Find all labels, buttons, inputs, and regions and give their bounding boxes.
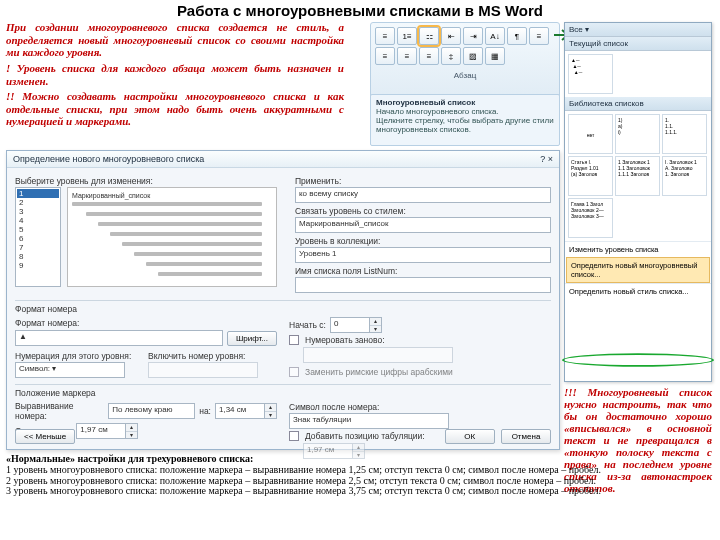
lbl-align: Выравнивание номера: bbox=[15, 401, 104, 421]
sort-button[interactable]: A↓ bbox=[485, 27, 505, 45]
dd-top[interactable]: Все ▾ bbox=[565, 23, 711, 37]
lbl-link: Связать уровень со стилем: bbox=[295, 206, 551, 216]
lbl-start: Начать с: bbox=[289, 320, 326, 330]
dd-current-list: Текущий список bbox=[565, 37, 711, 51]
ok-button[interactable]: ОК bbox=[445, 429, 495, 444]
dd-current-item[interactable]: ▲─ ▲─ ▲─ bbox=[568, 54, 613, 94]
cancel-button[interactable]: Отмена bbox=[501, 429, 551, 444]
numbered-list-button[interactable]: 1≡ bbox=[397, 27, 417, 45]
collection-combobox[interactable]: Уровень 1 bbox=[295, 247, 551, 263]
less-button[interactable]: << Меньше bbox=[15, 429, 75, 444]
bullet-list-button[interactable]: ≡ bbox=[375, 27, 395, 45]
tooltip-line1: Начало многоуровневого списка. bbox=[376, 107, 554, 116]
dialog-title-text: Определение нового многоуровневого списк… bbox=[13, 154, 204, 164]
restart-checkbox[interactable] bbox=[289, 335, 299, 345]
lbl-listnum: Имя списка поля ListNum: bbox=[295, 266, 551, 276]
dd-item-1[interactable]: 1)a)i) bbox=[615, 114, 660, 154]
replace-checkbox[interactable] bbox=[289, 367, 299, 377]
at-input[interactable]: 1,34 см bbox=[215, 403, 265, 419]
define-list-dialog: Определение нового многоуровневого списк… bbox=[6, 150, 560, 450]
intro-p3: !! Можно создавать настройки многоуровне… bbox=[6, 90, 344, 128]
format-input[interactable]: ▲ bbox=[15, 330, 223, 346]
decrease-indent-button[interactable]: ⇤ bbox=[441, 27, 461, 45]
lbl-level: Выберите уровень для изменения: bbox=[15, 176, 285, 186]
intro-text: При создании многоуровневого списка созд… bbox=[0, 21, 350, 128]
bottom-instructions: «Нормальные» настройки для трехуровневог… bbox=[6, 454, 714, 497]
page-title: Работа с многоуровневыми списками в MS W… bbox=[0, 0, 720, 21]
borders-button[interactable]: ▦ bbox=[485, 47, 505, 65]
lbl-numfor: Нумерация для этого уровня: bbox=[15, 351, 144, 361]
dialog-titlebar: Определение нового многоуровневого списк… bbox=[7, 151, 559, 168]
level-listbox[interactable]: 1 23 45 67 89 bbox=[15, 187, 61, 287]
multilevel-list-dropdown: Все ▾ Текущий список ▲─ ▲─ ▲─ Библиотека… bbox=[564, 22, 712, 382]
tooltip-line2: Щелкните стрелку, чтобы выбрать другие с… bbox=[376, 116, 554, 134]
intro-p2: ! Уровень списка для каждого абзаца може… bbox=[6, 62, 344, 87]
show-marks-button[interactable]: ¶ bbox=[507, 27, 527, 45]
increase-indent-button[interactable]: ⇥ bbox=[463, 27, 483, 45]
apply-combobox[interactable]: ко всему списку bbox=[295, 187, 551, 203]
ribbon-tooltip: Многоуровневый список Начало многоуровне… bbox=[370, 94, 560, 146]
multilevel-list-button[interactable]: ⚏ bbox=[419, 27, 439, 45]
dd-none[interactable]: нет bbox=[568, 114, 613, 154]
dd-item-5[interactable]: I. Заголовок 1A. Заголово1. Заголов bbox=[662, 156, 707, 196]
bottom-l1: 1 уровень многоуровневого списка: положе… bbox=[6, 465, 714, 476]
align-center-button[interactable]: ≡ bbox=[375, 47, 395, 65]
dd-define-new-style[interactable]: Определить новый стиль списка... bbox=[565, 283, 711, 299]
align-right-button[interactable]: ≡ bbox=[397, 47, 417, 65]
after-combobox[interactable]: Знак табуляции bbox=[289, 413, 449, 429]
dd-library: Библиотека списков bbox=[565, 97, 711, 111]
dd-item-2[interactable]: 1.1.1.1.1.1. bbox=[662, 114, 707, 154]
dd-change-level[interactable]: Изменить уровень списка bbox=[565, 241, 711, 257]
dialog-help-icon[interactable]: ? bbox=[540, 154, 545, 164]
justify-button[interactable]: ≡ bbox=[419, 47, 439, 65]
dd-item-4[interactable]: 1 Заголовок 11.1 Заголовок1.1.1 Заголов bbox=[615, 156, 660, 196]
at-spinner[interactable]: ▴▾ bbox=[265, 403, 277, 419]
lbl-include: Включить номер уровня: bbox=[148, 351, 277, 361]
font-button[interactable]: Шрифт... bbox=[227, 331, 277, 346]
lbl-after: Символ после номера: bbox=[289, 402, 551, 412]
shading-button[interactable]: ▨ bbox=[463, 47, 483, 65]
dd-item-6[interactable]: Глава 1 ЗаголЗаголовок 2—Заголовок 3— bbox=[568, 198, 613, 238]
ribbon-caption: Абзац bbox=[371, 69, 559, 80]
list-preview: Маркированный_список bbox=[67, 187, 277, 287]
lbl-coll: Уровень в коллекции: bbox=[295, 236, 551, 246]
listnum-input[interactable] bbox=[295, 277, 551, 293]
numbering-combobox[interactable]: Символ: ▾ bbox=[15, 362, 125, 378]
restart-combobox[interactable] bbox=[303, 347, 453, 363]
lbl-at: на: bbox=[199, 406, 211, 416]
bottom-l3: 3 уровень многоуровневого списка: положе… bbox=[6, 486, 714, 497]
include-combobox[interactable] bbox=[148, 362, 258, 378]
link-style-combobox[interactable]: Маркированный_список bbox=[295, 217, 551, 233]
start-input[interactable]: 0 bbox=[330, 317, 370, 333]
align-combobox[interactable]: По левому краю bbox=[108, 403, 195, 419]
start-spinner[interactable]: ▴▾ bbox=[370, 317, 382, 333]
dialog-close-icon[interactable]: × bbox=[548, 154, 553, 164]
lbl-restart: Нумеровать заново: bbox=[305, 335, 385, 345]
intro-p1: При создании многоуровневого списка созд… bbox=[6, 21, 344, 59]
position-header: Положение маркера bbox=[15, 388, 551, 398]
line-spacing-button[interactable]: ‡ bbox=[441, 47, 461, 65]
dd-define-new-list[interactable]: Определить новый многоуровневый список..… bbox=[566, 257, 710, 283]
align-left-button[interactable]: ≡ bbox=[529, 27, 549, 45]
format-header: Формат номера bbox=[15, 304, 551, 314]
lbl-apply: Применить: bbox=[295, 176, 551, 186]
dd-item-3[interactable]: Статья I.Раздел 1.01(a) Заголов bbox=[568, 156, 613, 196]
lbl-replace: Заменить римские цифры арабскими bbox=[305, 367, 453, 377]
lbl-format: Формат номера: bbox=[15, 318, 277, 328]
tooltip-header: Многоуровневый список bbox=[376, 98, 554, 107]
